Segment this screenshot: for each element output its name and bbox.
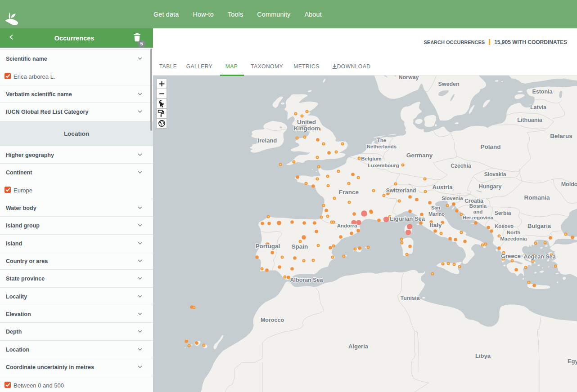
svg-text:Egypt: Egypt [568, 358, 577, 365]
svg-text:Belarus: Belarus [550, 133, 572, 139]
svg-text:San: San [431, 205, 440, 210]
svg-text:Estonia: Estonia [532, 89, 553, 95]
svg-text:Belgium: Belgium [361, 156, 381, 161]
svg-text:United: United [297, 119, 316, 125]
svg-text:Bulgaria: Bulgaria [527, 223, 551, 229]
svg-text:Luxembourg: Luxembourg [368, 163, 399, 168]
svg-text:North: North [507, 230, 521, 235]
svg-text:The: The [377, 138, 386, 143]
svg-text:and: and [473, 209, 482, 214]
svg-text:Slovakia: Slovakia [484, 171, 506, 178]
svg-text:Ireland: Ireland [258, 137, 277, 144]
svg-text:Portugal: Portugal [256, 243, 280, 249]
svg-text:Macedonia: Macedonia [500, 236, 527, 241]
svg-text:Latvia: Latvia [530, 104, 547, 111]
svg-text:Bosnia: Bosnia [469, 203, 487, 209]
svg-text:Austria: Austria [433, 184, 453, 191]
svg-text:Lithuania: Lithuania [517, 117, 543, 123]
svg-text:Hungary: Hungary [479, 183, 502, 190]
svg-text:Algeria: Algeria [348, 343, 369, 350]
svg-text:Spain: Spain [292, 243, 308, 250]
svg-text:Ligurian Sea: Ligurian Sea [390, 215, 425, 222]
svg-text:Germany: Germany [406, 152, 433, 159]
svg-text:Romania: Romania [524, 194, 550, 201]
svg-text:Netherlands: Netherlands [367, 144, 397, 149]
svg-text:Poland: Poland [480, 143, 500, 150]
svg-text:Marino: Marino [428, 211, 445, 217]
svg-text:Greece: Greece [501, 253, 521, 259]
svg-text:Alboran Sea: Alboran Sea [290, 277, 324, 283]
svg-text:France: France [339, 189, 359, 196]
svg-text:Andorra: Andorra [337, 223, 357, 228]
svg-text:Switzerland: Switzerland [386, 187, 416, 194]
svg-text:Serbia: Serbia [495, 210, 511, 216]
svg-text:Norway: Norway [398, 76, 419, 80]
svg-text:Sweden: Sweden [438, 81, 459, 87]
svg-text:Slovenia: Slovenia [442, 196, 463, 201]
svg-text:Herzegovina: Herzegovina [463, 215, 494, 220]
svg-text:Kingdom: Kingdom [294, 125, 320, 132]
svg-text:Tunisia: Tunisia [401, 295, 420, 301]
svg-text:Italy: Italy [429, 222, 442, 228]
svg-text:Moldova: Moldova [561, 181, 577, 187]
svg-text:Morocco: Morocco [261, 317, 284, 323]
svg-text:Kosovo: Kosovo [495, 223, 514, 229]
svg-text:Aegean Sea: Aegean Sea [524, 254, 556, 260]
svg-text:Libya: Libya [475, 352, 491, 359]
svg-text:Czechia: Czechia [451, 163, 471, 169]
